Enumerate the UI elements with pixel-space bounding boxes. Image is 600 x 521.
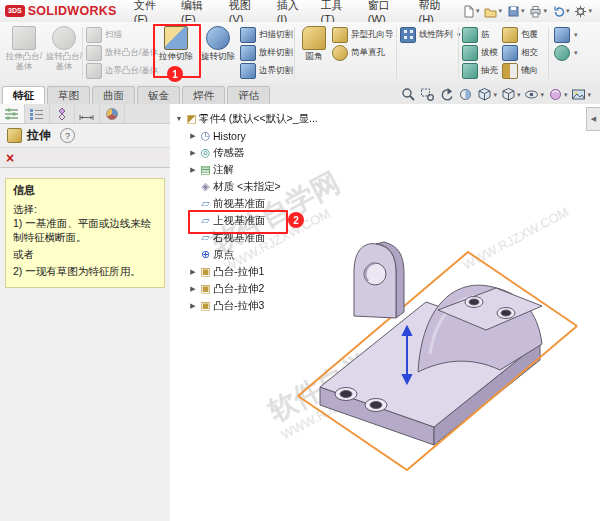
panel-tab-strip	[0, 104, 170, 124]
boundary-cut-icon	[240, 63, 256, 79]
curves-button[interactable]: ▾	[554, 44, 594, 61]
extrude-boss-button[interactable]: 拉伸凸台/基体	[4, 25, 44, 72]
propertymanager-tab[interactable]	[0, 104, 25, 123]
tab-features[interactable]: 特征	[2, 86, 45, 104]
tree-item-history[interactable]: ▶ ◷ History	[174, 127, 364, 144]
mirror-icon	[502, 63, 518, 79]
tree-item-label: 凸台-拉伸2	[213, 282, 264, 296]
tab-evaluate[interactable]: 评估	[227, 86, 270, 104]
tree-item-annotations[interactable]: ▶ ▤ 注解	[174, 161, 364, 178]
expand-closed-icon[interactable]: ▶	[188, 285, 198, 293]
open-document-button[interactable]: ▾	[482, 4, 504, 19]
featuremanager-tab[interactable]	[25, 104, 50, 123]
tree-item-front-plane[interactable]: ▱ 前视基准面	[174, 195, 364, 212]
linear-pattern-button[interactable]: 线性阵列 ▾	[400, 26, 456, 43]
options-button[interactable]: ▾	[572, 4, 594, 19]
sweep-button[interactable]: 扫描	[86, 26, 162, 43]
hole-wizard-button[interactable]: 异型孔向导	[332, 26, 394, 43]
appearances-tab[interactable]	[100, 104, 125, 123]
loft-cut-button[interactable]: 放样切割	[240, 44, 294, 61]
rib-button[interactable]: 筋	[462, 26, 498, 43]
tree-item-sensors[interactable]: ▶ ◎ 传感器	[174, 144, 364, 161]
undo-button[interactable]: ▾	[550, 4, 572, 19]
edit-appearance-button[interactable]: ▾	[547, 87, 569, 102]
revolve-cut-button[interactable]: 旋转切除	[198, 25, 238, 63]
tab-weldments[interactable]: 焊件	[182, 86, 225, 104]
new-document-button[interactable]: ▾	[460, 4, 482, 19]
swept-boss-icon	[86, 27, 102, 43]
view-orientation-button[interactable]: ▾	[476, 87, 498, 102]
loft-button[interactable]: 放样凸台/基体	[86, 44, 162, 61]
annotations-icon: ▤	[198, 163, 213, 176]
wrap-button[interactable]: 包覆	[502, 26, 544, 43]
step-badge-2: 2	[288, 212, 304, 228]
expand-open-icon[interactable]: ▼	[174, 115, 184, 122]
boundary-boss-button[interactable]: 边界凸台/基体	[86, 62, 162, 79]
dimxpert-tab[interactable]	[75, 104, 100, 123]
hide-show-items-button[interactable]: ▾	[523, 87, 545, 102]
graphics-viewport[interactable]: 软件自学网 WWW.RJZXW.COM WWW.RJZXW.COM 软件自学网 …	[170, 104, 600, 521]
mirror-label: 镜向	[521, 65, 538, 77]
tree-item-top-plane[interactable]: ▱ 上视基准面	[174, 212, 364, 229]
boundary-label: 边界凸台/基体	[105, 65, 158, 77]
save-button[interactable]: ▾	[505, 4, 527, 19]
section-view-button[interactable]	[457, 87, 474, 102]
tree-item-boss-extrude2[interactable]: ▶ ▣ 凸台-拉伸2	[174, 280, 364, 297]
shell-button[interactable]: 抽壳	[462, 62, 498, 79]
expand-closed-icon[interactable]: ▶	[188, 268, 198, 276]
cancel-button[interactable]: ×	[6, 151, 14, 165]
revolve-boss-button[interactable]: 旋转凸台/基体	[44, 25, 84, 72]
save-icon	[507, 5, 520, 18]
commandmanager-tab-bar: 特征 草图 曲面 钣金 焊件 评估 ▾ ▾	[0, 84, 600, 105]
boss-extrude-icon: ▣	[198, 299, 213, 312]
shell-label: 抽壳	[481, 65, 498, 77]
draft-label: 拔模	[481, 47, 498, 59]
configurations-tab[interactable]	[50, 104, 75, 123]
sweep-cut-button[interactable]: 扫描切割	[240, 26, 294, 43]
expand-closed-icon[interactable]: ▶	[188, 302, 198, 310]
reference-geometry-button[interactable]: ▾	[554, 26, 594, 43]
zoom-area-button[interactable]	[419, 87, 436, 102]
curves-icon	[554, 45, 570, 61]
simple-hole-button[interactable]: 简单直孔	[332, 44, 394, 61]
draft-button[interactable]: 拔模	[462, 44, 498, 61]
mirror-button[interactable]: 镜向	[502, 62, 544, 79]
property-manager-panel: 拉伸 ? × 信息 选择: 1) 一基准面、平面或边线来绘制特征横断面。 或者 …	[0, 104, 171, 521]
extrude-cut-button[interactable]: 拉伸切除	[156, 25, 196, 63]
lofted-cut-icon	[240, 45, 256, 61]
expand-closed-icon[interactable]: ▶	[188, 166, 198, 174]
apply-scene-button[interactable]: ▾	[570, 87, 592, 102]
hole-wizard-icon	[332, 27, 348, 43]
panel-button-row: ×	[0, 147, 170, 168]
caret-down-icon: ▾	[521, 7, 525, 15]
expand-closed-icon[interactable]: ▶	[188, 132, 198, 140]
boundary-cut-button[interactable]: 边界切割	[240, 62, 294, 79]
intersect-button[interactable]: 相交	[502, 44, 544, 61]
caret-down-icon: ▾	[493, 91, 497, 99]
rib-stack: 筋 拔模 抽壳	[462, 26, 498, 79]
tab-sketch[interactable]: 草图	[47, 86, 90, 104]
previous-view-button[interactable]	[438, 87, 455, 102]
tree-item-boss-extrude3[interactable]: ▶ ▣ 凸台-拉伸3	[174, 297, 364, 314]
tree-item-origin[interactable]: ⊕ 原点	[174, 246, 364, 263]
fillet-button[interactable]: 圆角	[296, 25, 332, 63]
print-button[interactable]: ▾	[527, 4, 549, 19]
tab-surfaces[interactable]: 曲面	[92, 86, 135, 104]
tree-item-boss-extrude1[interactable]: ▶ ▣ 凸台-拉伸1	[174, 263, 364, 280]
tree-item-right-plane[interactable]: ▱ 右视基准面	[174, 229, 364, 246]
tree-item-label: 传感器	[213, 146, 245, 160]
tab-sheet-metal[interactable]: 钣金	[137, 86, 180, 104]
loft-cut-label: 放样切割	[259, 47, 293, 59]
sweep-label: 扫描	[105, 29, 122, 41]
display-style-button[interactable]: ▾	[500, 87, 522, 102]
expand-closed-icon[interactable]: ▶	[188, 149, 198, 157]
tree-item-material[interactable]: ◈ 材质 <未指定>	[174, 178, 364, 195]
info-header: 信息	[6, 179, 164, 200]
caret-down-icon: ▾	[543, 7, 547, 15]
task-pane-collapse-button[interactable]: ◀	[586, 107, 600, 131]
info-option-2: 2) 一现有草图为特征所用。	[13, 264, 157, 278]
tree-item-part-root[interactable]: ▼ ◩ 零件4 (默认<<默认>_显...	[174, 110, 364, 127]
help-icon[interactable]: ?	[60, 128, 75, 143]
draft-icon	[462, 45, 478, 61]
zoom-fit-button[interactable]	[400, 87, 417, 102]
